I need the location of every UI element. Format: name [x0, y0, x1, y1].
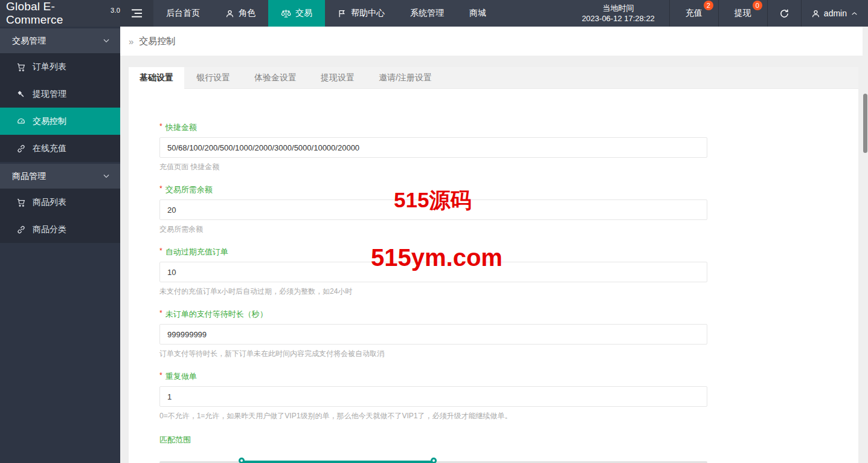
username: admin: [824, 8, 847, 18]
hamburger-icon: [132, 9, 142, 18]
nav-item-system[interactable]: 系统管理: [397, 0, 457, 27]
link-icon: [16, 144, 26, 154]
refresh-icon: [779, 8, 789, 19]
local-time: 当地时间 2023-06-12 17:28:22: [567, 0, 669, 27]
quick-amount-input[interactable]: [159, 137, 707, 158]
nav-item-mall[interactable]: 商城: [457, 0, 499, 27]
sidebar-item-withdraw-management[interactable]: 提现管理: [0, 80, 120, 108]
app-name: Global E-Commerce: [6, 0, 109, 27]
payment-wait-time-input[interactable]: [159, 324, 707, 345]
tab-withdraw-settings[interactable]: 提现设置: [309, 67, 367, 88]
basic-settings-form: *快捷金额 充值页面 快捷金额 *交易所需余额 交易所需余额 *自动过期充值订单…: [129, 89, 858, 463]
form-field-payment-wait: *未订单的支付等待时长（秒） 订单支付等待时长，新下订单未在此时间内容完成支付将…: [159, 310, 707, 358]
gauge-icon: [16, 117, 26, 126]
sidebar-toggle-button[interactable]: [120, 0, 153, 27]
tab-trial-fund-settings[interactable]: 体验金设置: [242, 67, 309, 88]
slider-handle-max[interactable]: [431, 458, 437, 463]
form-field-auto-expire: *自动过期充值订单 未支付的充值订单x小时后自动过期，必须为整数，如24小时: [159, 248, 707, 296]
nav-label: 后台首页: [166, 8, 200, 19]
user-icon: [811, 9, 820, 18]
withdraw-label: 提现: [735, 8, 751, 19]
flag-icon: [338, 9, 347, 18]
cart-icon: [16, 62, 26, 72]
tab-basic-settings[interactable]: 基础设置: [129, 67, 184, 89]
field-help: 充值页面 快捷金额: [159, 163, 707, 171]
breadcrumb: » 交易控制: [120, 27, 868, 56]
scrollbar: [863, 27, 868, 463]
scales-icon: [281, 8, 291, 19]
sidebar-item-label: 提现管理: [33, 89, 66, 100]
top-navbar: Global E-Commerce 3.0 后台首页 角色 交易 帮助中心 系统…: [0, 0, 868, 27]
field-help: 订单支付等待时长，新下订单未在此时间内容完成支付将会被自动取消: [159, 349, 707, 358]
required-asterisk: *: [159, 122, 162, 131]
field-label: *交易所需余额: [159, 186, 707, 194]
sidebar-item-label: 订单列表: [33, 62, 66, 73]
field-label: *快捷金额: [159, 123, 707, 132]
slider-fill: [242, 461, 434, 463]
required-asterisk: *: [159, 309, 162, 317]
sidebar-group-product-management[interactable]: 商品管理: [0, 164, 120, 189]
required-balance-input[interactable]: [159, 199, 707, 220]
auto-expire-order-input[interactable]: [159, 262, 707, 282]
sidebar-item-order-list[interactable]: 订单列表: [0, 53, 120, 80]
double-chevron-right-icon: »: [129, 36, 133, 47]
user-menu[interactable]: admin: [801, 0, 868, 27]
nav-label: 系统管理: [410, 8, 444, 19]
field-help: 未支付的充值订单x小时后自动过期，必须为整数，如24小时: [159, 287, 707, 296]
field-label: *自动过期充值订单: [159, 248, 707, 256]
chevron-up-icon: [850, 10, 858, 18]
nav-item-trade[interactable]: 交易: [268, 0, 325, 27]
field-label: *重复做单: [159, 372, 707, 381]
tab-bank-settings[interactable]: 银行设置: [184, 67, 242, 88]
recharge-badge: 2: [704, 1, 713, 10]
match-range-block: 匹配范围: [159, 436, 707, 463]
nav-label: 角色: [239, 8, 256, 19]
nav-item-dashboard[interactable]: 后台首页: [153, 0, 213, 27]
gavel-icon: [16, 89, 26, 99]
settings-card: 基础设置 银行设置 体验金设置 提现设置 邀请/注册设置 *快捷金额 充值页面 …: [129, 67, 858, 463]
withdraw-badge: 0: [753, 1, 762, 10]
chevron-down-icon: [102, 36, 111, 45]
sidebar: 交易管理 订单列表 提现管理 交易控制 在线充值 商品管理: [0, 27, 120, 463]
field-label: *未订单的支付等待时长（秒）: [159, 310, 707, 319]
sidebar-group-label: 商品管理: [12, 171, 46, 182]
scrollbar-thumb[interactable]: [863, 94, 867, 153]
sidebar-item-label: 交易控制: [33, 116, 66, 127]
local-time-label: 当地时间: [603, 3, 634, 13]
nav-label: 帮助中心: [351, 8, 385, 19]
recharge-label: 充值: [686, 8, 702, 19]
form-field-required-balance: *交易所需余额 交易所需余额: [159, 186, 707, 233]
app-version: 3.0: [111, 7, 120, 14]
sidebar-item-label: 在线充值: [33, 143, 66, 154]
required-asterisk: *: [159, 371, 162, 380]
required-asterisk: *: [159, 247, 162, 255]
main-content: » 交易控制 基础设置 银行设置 体验金设置 提现设置 邀请/注册设置 *快捷金…: [120, 27, 868, 463]
sidebar-item-label: 商品列表: [33, 197, 66, 208]
slider-handle-min[interactable]: [239, 458, 245, 463]
sidebar-group-trade-management[interactable]: 交易管理: [0, 28, 120, 53]
tab-invite-register-settings[interactable]: 邀请/注册设置: [367, 67, 444, 88]
nav-item-roles[interactable]: 角色: [213, 0, 268, 27]
sidebar-item-product-list[interactable]: 商品列表: [0, 189, 120, 216]
repeat-order-input[interactable]: [159, 386, 707, 407]
user-icon: [225, 9, 234, 18]
link-icon: [16, 225, 26, 235]
chevron-down-icon: [102, 172, 111, 180]
sidebar-item-product-category[interactable]: 商品分类: [0, 216, 120, 243]
app-logo: Global E-Commerce 3.0: [0, 0, 120, 27]
sidebar-item-trade-control[interactable]: 交易控制: [0, 108, 120, 135]
local-time-value: 2023-06-12 17:28:22: [582, 13, 655, 24]
recharge-button[interactable]: 充值 2: [669, 0, 718, 27]
nav-item-help[interactable]: 帮助中心: [325, 0, 397, 27]
nav-label: 商城: [469, 8, 486, 19]
required-asterisk: *: [159, 184, 162, 193]
sidebar-item-online-recharge[interactable]: 在线充值: [0, 135, 120, 162]
match-range-slider[interactable]: [159, 458, 707, 463]
form-field-quick-amount: *快捷金额 充值页面 快捷金额: [159, 123, 707, 171]
field-help: 交易所需余额: [159, 225, 707, 233]
form-field-repeat-order: *重复做单 0=不允许，1=允许，如果昨天用户做了VIP1级别的单，那么他今天就…: [159, 372, 707, 420]
withdraw-button[interactable]: 提现 0: [718, 0, 767, 27]
nav-label: 交易: [295, 8, 312, 19]
refresh-button[interactable]: [767, 0, 801, 27]
tab-bar: 基础设置 银行设置 体验金设置 提现设置 邀请/注册设置: [129, 67, 858, 89]
